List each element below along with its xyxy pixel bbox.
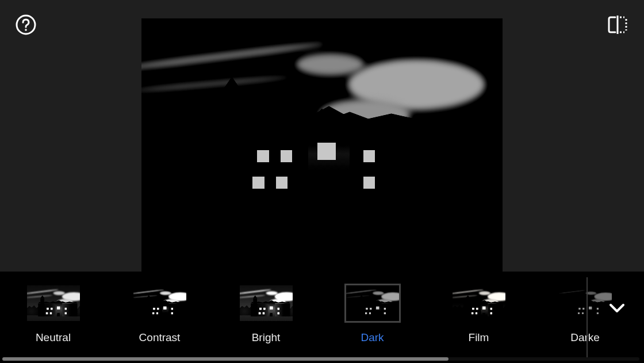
filter-label: Dark — [361, 331, 384, 344]
filter-label: Bright — [252, 331, 281, 344]
filter-scroll[interactable]: Neutral Contrast — [0, 272, 644, 344]
compare-icon[interactable] — [606, 13, 629, 39]
filter-strip: Neutral Contrast — [0, 272, 644, 363]
scrollbar[interactable] — [2, 357, 639, 361]
filter-thumbnail[interactable] — [240, 285, 293, 321]
filter-label: Darke — [570, 331, 600, 344]
filter-item-contrast[interactable]: Contrast — [106, 285, 213, 344]
filter-thumbnail[interactable] — [346, 285, 399, 321]
filter-label: Neutral — [36, 331, 71, 344]
strip-divider — [586, 277, 588, 357]
filter-item-bright[interactable]: Bright — [213, 285, 319, 344]
svg-point-1 — [25, 29, 27, 31]
filter-item-dark[interactable]: Dark — [319, 285, 425, 344]
help-icon[interactable] — [15, 14, 37, 38]
filter-label: Film — [469, 331, 489, 344]
filter-thumbnail[interactable] — [559, 285, 612, 321]
filter-item-film[interactable]: Film — [425, 285, 532, 344]
scrollbar-thumb[interactable] — [2, 357, 448, 361]
filter-thumbnail[interactable] — [133, 285, 186, 321]
filter-label: Contrast — [139, 331, 181, 344]
preview-image[interactable] — [141, 18, 503, 272]
chevron-down-icon[interactable] — [607, 298, 627, 320]
filter-item-neutral[interactable]: Neutral — [0, 285, 106, 344]
filter-thumbnail[interactable] — [453, 285, 505, 321]
filter-thumbnail[interactable] — [27, 285, 80, 321]
